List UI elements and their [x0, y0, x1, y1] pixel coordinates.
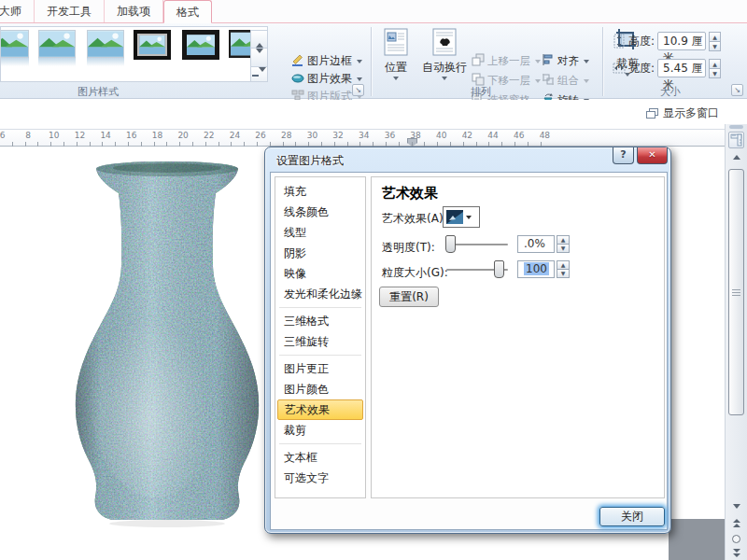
dialog-nav-文本框[interactable]: 文本框: [275, 447, 365, 468]
picture-styles-gallery[interactable]: [0, 26, 268, 82]
button-label: 图片效果: [307, 71, 352, 87]
grain-input[interactable]: 100: [517, 260, 555, 278]
double-down-arrow-icon: [733, 549, 740, 553]
ruler-number: 6: [0, 131, 5, 140]
panel-title: 艺术效果: [382, 185, 438, 203]
show-windows-button[interactable]: 显示多窗口: [646, 105, 719, 121]
transparency-spinner[interactable]: ▲▼: [557, 235, 570, 253]
scroll-thumb[interactable]: [728, 169, 744, 415]
dropdown-arrow-icon: [442, 77, 447, 80]
transparency-slider-thumb[interactable]: [445, 235, 456, 253]
format-picture-dialog: 设置图片格式 ? ✕ 填充线条颜色线型阴影映像发光和柔化边缘三维格式三维旋转图片…: [264, 147, 671, 534]
position-label: 位置: [374, 61, 417, 74]
tab-格式[interactable]: 格式: [163, 0, 212, 23]
height-input[interactable]: 10.9 厘米: [657, 32, 706, 50]
spin-up-icon[interactable]: ▲: [709, 32, 721, 42]
wrap-text-button[interactable]: 自动换行: [419, 26, 470, 93]
select-browse-object-button[interactable]: [732, 535, 740, 543]
tab-加载项[interactable]: 加载项: [105, 0, 163, 22]
width-label: 宽度:: [628, 61, 655, 77]
wrap-text-icon: [432, 28, 457, 56]
reset-button[interactable]: 重置(R): [379, 287, 439, 307]
spin-down-icon[interactable]: ▼: [709, 42, 721, 51]
thumb-grip: [732, 289, 740, 296]
window-background: [669, 519, 725, 560]
grain-slider[interactable]: [446, 260, 508, 279]
wrap-text-label: 自动换行: [419, 61, 470, 74]
ruler-number: 34: [359, 131, 369, 140]
dialog-nav-填充[interactable]: 填充: [275, 181, 365, 202]
spin-up-icon[interactable]: ▲: [709, 59, 721, 69]
vertical-scrollbar[interactable]: [725, 124, 747, 560]
dialog-nav-映像[interactable]: 映像: [275, 263, 365, 284]
transparency-slider[interactable]: [446, 235, 508, 254]
dialog-nav-图片颜色[interactable]: 图片颜色: [275, 379, 365, 399]
picture-styles-dialog-launcher[interactable]: ↘: [352, 84, 364, 96]
picture-style-thumbnail[interactable]: [0, 30, 29, 58]
dialog-close-button[interactable]: 关闭: [599, 507, 665, 526]
up-arrow-icon: [256, 35, 263, 48]
picture-style-thumbnail[interactable]: [38, 30, 76, 58]
dialog-nav-图片更正[interactable]: 图片更正: [275, 358, 365, 379]
gallery-scroll-up-button[interactable]: [250, 30, 268, 49]
multi-window-icon: [646, 108, 658, 119]
spin-down-icon[interactable]: ▼: [557, 245, 570, 253]
grain-slider-thumb[interactable]: [494, 260, 504, 278]
ruler-number: 42: [462, 131, 472, 140]
group-label-size: 大小: [644, 85, 697, 99]
position-button[interactable]: 位置: [374, 26, 417, 93]
tab-大师[interactable]: 大师: [0, 0, 35, 22]
tab-开发工具[interactable]: 开发工具: [35, 0, 105, 22]
height-spinner[interactable]: ▲▼: [709, 32, 721, 50]
dialog-nav-三维旋转[interactable]: 三维旋转: [275, 331, 365, 352]
width-spinner[interactable]: ▲▼: [709, 59, 721, 77]
grain-spinner[interactable]: ▲▼: [557, 260, 570, 278]
dialog-nav-三维格式[interactable]: 三维格式: [275, 311, 365, 331]
size-dialog-launcher[interactable]: ↘: [731, 84, 743, 96]
ruler-icon: [729, 133, 743, 147]
gallery-scroll-down-button[interactable]: [250, 49, 268, 67]
spin-down-icon[interactable]: ▼: [557, 270, 570, 278]
图片边框-button[interactable]: 图片边框: [291, 53, 362, 69]
artistic-effects-panel: 艺术效果 艺术效果(A): 透明度(T): .0% ▲▼ 粒: [371, 176, 665, 498]
spin-up-icon[interactable]: ▲: [557, 260, 570, 270]
artistic-effect-dropdown[interactable]: [443, 206, 480, 228]
dialog-nav-发光和柔化边缘[interactable]: 发光和柔化边缘: [275, 284, 365, 304]
dropdown-arrow-icon: [584, 60, 589, 63]
dialog-nav-list: 填充线条颜色线型阴影映像发光和柔化边缘三维格式三维旋转图片更正图片颜色艺术效果裁…: [275, 176, 366, 498]
transparency-label: 透明度(T):: [382, 240, 435, 256]
ruler-toggle-button[interactable]: [728, 132, 744, 148]
vase-image[interactable]: [69, 161, 265, 529]
grain-label: 粒度大小(G):: [382, 265, 448, 281]
picture-style-thumbnail[interactable]: [134, 30, 171, 60]
width-input[interactable]: 5.45 厘米: [657, 59, 706, 77]
gallery-more-button[interactable]: [250, 67, 268, 82]
dialog-nav-艺术效果[interactable]: 艺术效果: [277, 399, 363, 420]
nav-separator: [279, 355, 361, 356]
dropdown-arrow-icon: [535, 60, 541, 63]
dialog-close-x-button[interactable]: ✕: [637, 147, 668, 164]
ruler-number: 36: [385, 131, 395, 140]
previous-page-button[interactable]: [728, 516, 744, 530]
spin-up-icon[interactable]: ▲: [557, 235, 570, 245]
scroll-down-button[interactable]: [728, 499, 744, 513]
对齐-button[interactable]: 对齐: [542, 53, 589, 69]
picture-style-thumbnail[interactable]: [182, 30, 219, 60]
transparency-input[interactable]: .0%: [517, 235, 555, 253]
dropdown-arrow-icon: [466, 216, 472, 219]
dialog-nav-可选文字[interactable]: 可选文字: [275, 468, 365, 488]
spin-down-icon[interactable]: ▼: [709, 69, 721, 78]
dialog-nav-阴影[interactable]: 阴影: [275, 243, 365, 263]
height-icon: [613, 34, 626, 49]
split-handle[interactable]: [729, 125, 743, 129]
dialog-help-button[interactable]: ?: [613, 147, 634, 164]
dialog-nav-线型[interactable]: 线型: [275, 222, 365, 243]
next-page-button[interactable]: [728, 546, 744, 560]
scroll-up-button[interactable]: [728, 150, 744, 164]
dialog-nav-裁剪[interactable]: 裁剪: [275, 420, 365, 441]
dialog-nav-线条颜色[interactable]: 线条颜色: [275, 202, 365, 222]
align-icon: [542, 53, 555, 69]
picture-style-thumbnail[interactable]: [87, 30, 124, 58]
double-up-arrow-icon: [733, 519, 740, 523]
horizontal-ruler[interactable]: 6810121416182022242628303234363840424446…: [0, 129, 725, 147]
